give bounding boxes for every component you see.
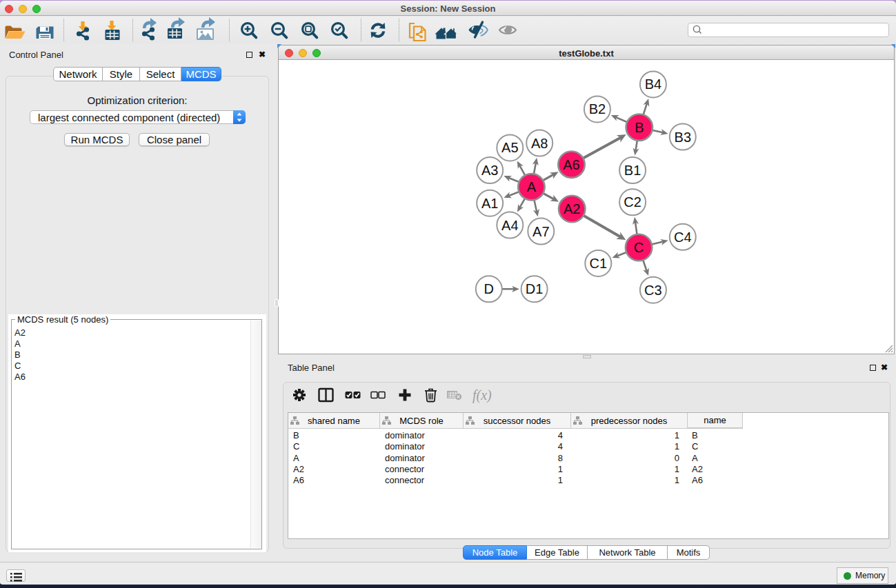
svg-text:C3: C3 (644, 283, 662, 298)
svg-text:A5: A5 (501, 140, 518, 155)
svg-text:B: B (635, 120, 644, 135)
svg-text:C2: C2 (624, 194, 641, 210)
svg-text:C1: C1 (590, 256, 608, 271)
svg-text:D: D (484, 281, 494, 296)
svg-text:B4: B4 (645, 77, 661, 92)
svg-text:A: A (527, 179, 537, 194)
svg-text:B1: B1 (624, 163, 641, 178)
svg-text:A4: A4 (501, 218, 518, 233)
svg-text:C4: C4 (674, 230, 692, 245)
svg-text:D1: D1 (526, 281, 544, 296)
svg-text:A7: A7 (532, 224, 549, 239)
svg-text:C: C (634, 240, 644, 255)
svg-text:B3: B3 (675, 130, 691, 145)
svg-text:f(x): f(x) (472, 387, 492, 403)
svg-text:A2: A2 (564, 201, 580, 216)
svg-text:A3: A3 (481, 163, 498, 178)
svg-text:A1: A1 (481, 196, 498, 211)
svg-text:A8: A8 (531, 136, 548, 151)
svg-text:B2: B2 (589, 101, 606, 116)
svg-text:A6: A6 (563, 157, 579, 172)
